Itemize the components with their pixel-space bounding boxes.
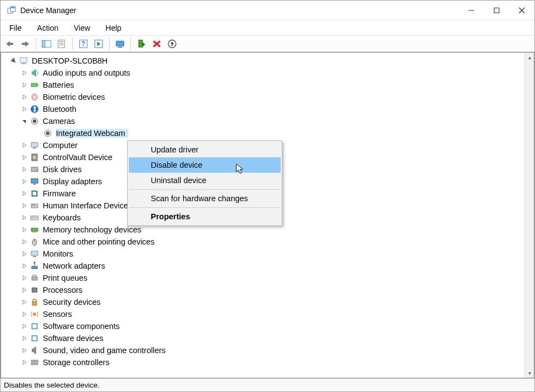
svg-rect-4: [494, 8, 499, 13]
collapse-icon[interactable]: [21, 117, 29, 125]
svg-rect-51: [33, 147, 36, 149]
tree-category[interactable]: Processors: [1, 284, 534, 296]
battery-icon: [30, 80, 39, 90]
expand-icon[interactable]: [21, 286, 29, 294]
expand-icon[interactable]: [21, 93, 29, 101]
software-icon: [30, 333, 39, 343]
hid-icon: [30, 201, 39, 211]
window-controls: [459, 1, 534, 20]
context-menu: Update driver Disable device Uninstall d…: [127, 140, 282, 226]
expand-icon[interactable]: [21, 154, 29, 161]
category-label: Print queues: [43, 274, 90, 282]
expand-icon[interactable]: [21, 178, 29, 185]
expand-icon[interactable]: [21, 322, 29, 330]
expand-icon[interactable]: [21, 359, 29, 366]
svg-rect-13: [58, 40, 65, 48]
tree-category[interactable]: Network adapters: [1, 260, 534, 272]
svg-marker-39: [23, 95, 26, 99]
category-label: Software devices: [43, 334, 106, 343]
menu-action[interactable]: Action: [32, 22, 64, 33]
camera-icon: [43, 128, 53, 138]
tree-category[interactable]: Mice and other pointing devices: [1, 236, 534, 248]
expand-icon[interactable]: [21, 334, 29, 342]
tree-root[interactable]: DESKTOP-SLC0B8H: [1, 55, 534, 67]
svg-rect-37: [31, 83, 37, 87]
disable-device-button[interactable]: [150, 37, 164, 50]
svg-rect-38: [37, 84, 38, 86]
expand-icon[interactable]: [21, 250, 29, 258]
close-button[interactable]: [509, 1, 534, 20]
svg-rect-8: [9, 43, 13, 45]
svg-rect-12: [42, 41, 45, 47]
tree-category[interactable]: Print queues: [1, 272, 534, 284]
tree-category[interactable]: Sound, video and game controllers: [1, 344, 534, 356]
svg-rect-107: [31, 360, 38, 362]
expand-icon[interactable]: [21, 69, 29, 77]
audio-icon: [30, 68, 39, 78]
svg-marker-71: [23, 228, 26, 232]
expand-icon[interactable]: [10, 57, 18, 65]
cm-disable-device[interactable]: Disable device: [129, 157, 281, 173]
uninstall-device-button[interactable]: [165, 37, 179, 50]
tree-category[interactable]: Audio inputs and outputs: [1, 67, 534, 79]
svg-rect-108: [31, 363, 38, 365]
tree-category[interactable]: Sensors: [1, 308, 534, 320]
cm-update-driver[interactable]: Update driver: [129, 142, 281, 157]
svg-point-41: [33, 95, 36, 99]
expand-icon[interactable]: [21, 274, 29, 282]
tree-category[interactable]: Biometric devices: [1, 91, 534, 103]
expand-icon[interactable]: [21, 262, 29, 270]
bluetooth-icon: [30, 104, 39, 114]
tree-device[interactable]: Integrated Webcam: [1, 127, 534, 139]
expand-icon[interactable]: [21, 226, 29, 234]
expand-icon[interactable]: [21, 310, 29, 318]
back-button[interactable]: [3, 37, 17, 50]
properties-button[interactable]: [55, 37, 69, 50]
category-label: Keyboards: [43, 213, 84, 222]
svg-marker-80: [23, 264, 26, 268]
expand-icon[interactable]: [21, 141, 29, 149]
expand-icon[interactable]: [21, 346, 29, 354]
action-button[interactable]: [92, 37, 106, 50]
category-label: Computer: [43, 141, 81, 150]
tree-category[interactable]: Storage controllers: [1, 356, 534, 368]
vertical-scrollbar[interactable]: ▴ ▾: [525, 53, 534, 378]
menu-file[interactable]: File: [4, 22, 27, 33]
menu-view[interactable]: View: [68, 22, 95, 33]
tree-category[interactable]: Security devices: [1, 296, 534, 308]
svg-rect-86: [33, 275, 36, 277]
scroll-up-icon[interactable]: ▴: [525, 53, 534, 62]
update-driver-button[interactable]: [113, 37, 127, 50]
window-title: Device Manager: [20, 6, 459, 15]
help-button[interactable]: ?: [76, 37, 90, 50]
tree-category[interactable]: Software devices: [1, 332, 534, 344]
svg-rect-32: [21, 63, 26, 64]
expand-icon[interactable]: [21, 298, 29, 306]
cm-scan-hardware[interactable]: Scan for hardware changes: [129, 191, 281, 206]
category-label: Processors: [43, 286, 86, 294]
expand-icon[interactable]: [21, 166, 29, 173]
tree-category[interactable]: Monitors: [1, 248, 534, 260]
expand-icon[interactable]: [21, 214, 29, 221]
scroll-down-icon[interactable]: ▾: [525, 368, 534, 378]
maximize-button[interactable]: [484, 1, 509, 20]
forward-button[interactable]: [18, 37, 32, 50]
minimize-button[interactable]: [459, 1, 484, 20]
tree-category[interactable]: Batteries: [1, 79, 534, 91]
tree-category[interactable]: Software components: [1, 320, 534, 332]
expand-icon[interactable]: [21, 190, 29, 197]
expand-icon[interactable]: [21, 202, 29, 209]
svg-rect-21: [116, 41, 124, 46]
expand-icon[interactable]: [21, 105, 29, 113]
expand-icon[interactable]: [21, 238, 29, 246]
cm-properties[interactable]: Properties: [129, 209, 281, 224]
tree-category[interactable]: Bluetooth: [1, 103, 534, 115]
tree-category[interactable]: Cameras: [1, 115, 534, 127]
enable-device-button[interactable]: [134, 37, 149, 50]
svg-rect-102: [33, 337, 36, 340]
svg-rect-104: [32, 349, 33, 352]
cm-uninstall-device[interactable]: Uninstall device: [129, 173, 281, 188]
show-hide-console-button[interactable]: [39, 37, 54, 50]
menu-help[interactable]: Help: [100, 22, 127, 33]
expand-icon[interactable]: [21, 81, 29, 89]
